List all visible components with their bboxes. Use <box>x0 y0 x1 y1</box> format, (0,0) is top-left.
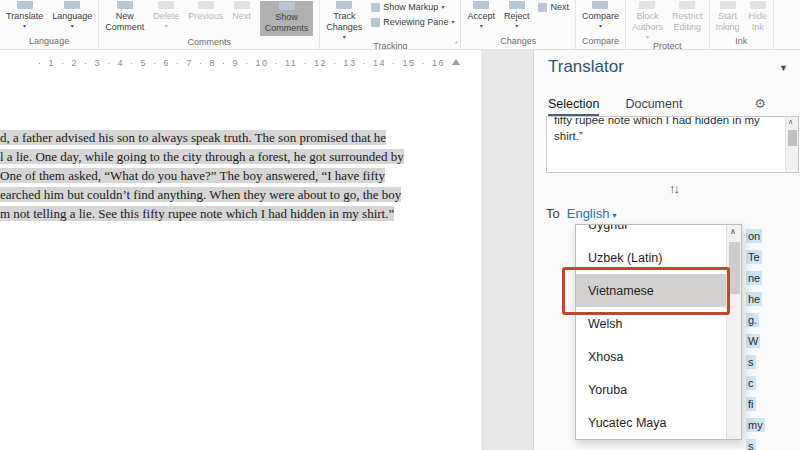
language-option-yoruba[interactable]: Yoruba <box>576 373 728 406</box>
to-language-value: English <box>567 206 610 221</box>
translate-icon <box>17 1 33 9</box>
group-label-ink: Ink <box>716 35 768 49</box>
delete-label: Delete <box>153 11 179 22</box>
chevron-down-icon: ▾ <box>441 4 444 10</box>
new-comment-icon <box>117 1 133 9</box>
selected-text[interactable]: d, a father advised his son to always sp… <box>0 130 386 145</box>
language-label: Language <box>52 11 92 22</box>
gear-icon[interactable]: ⚙ <box>754 96 766 111</box>
scroll-up-icon[interactable]: ∧ <box>788 118 793 126</box>
show-comments-button[interactable]: Show Comments <box>260 1 314 36</box>
block-authors-icon <box>639 1 655 9</box>
source-scrollbar[interactable]: ∧ <box>785 117 798 172</box>
chevron-down-icon: ▾ <box>71 23 74 29</box>
selected-text[interactable]: m not telling a lie. See this fifty rupe… <box>0 206 394 221</box>
start-inking-label: Start <box>718 11 737 22</box>
pane-tabs: Selection Document <box>548 97 682 116</box>
group-label-language: Language <box>6 35 92 49</box>
show-comments-label: Show <box>275 12 298 23</box>
result-fragment: s <box>746 439 756 450</box>
language-option-yucatec-maya[interactable]: Yucatec Maya <box>576 406 728 439</box>
language-button[interactable]: Language ▾ <box>52 1 92 29</box>
group-label-changes: Changes <box>467 35 569 49</box>
next-change-icon <box>538 3 547 12</box>
restrict-editing-button[interactable]: Restrict Editing <box>672 1 703 33</box>
right-indent-marker[interactable] <box>452 59 460 65</box>
previous-label: Previous <box>188 11 223 22</box>
scrollbar-thumb[interactable] <box>729 242 740 294</box>
reviewing-pane-button[interactable]: Reviewing Pane ▾ <box>371 17 454 27</box>
ribbon-group-protect: Block Authors ▾ Restrict Editing Protect <box>626 0 710 49</box>
group-label-protect: Protect <box>632 40 703 50</box>
compare-button[interactable]: Compare ▾ <box>582 1 619 29</box>
to-language-dropdown[interactable]: English▾ <box>567 206 617 221</box>
scroll-up-icon[interactable]: ∧ <box>730 227 736 236</box>
new-comment-label-2: Comment <box>105 22 144 33</box>
scrollbar-thumb[interactable] <box>788 130 797 146</box>
restrict-editing-label: Restrict <box>672 11 703 22</box>
result-fragment: my <box>746 418 765 432</box>
result-fragment: he <box>746 292 762 306</box>
restrict-editing-label-2: Editing <box>673 22 701 33</box>
language-option-uyghur[interactable]: Uyghur <box>576 224 728 241</box>
ribbon-group-comments: New Comment Delete ▾ Previous Next <box>99 0 320 49</box>
delete-comment-icon <box>158 1 174 9</box>
hide-ink-button[interactable]: Hide Ink <box>749 1 768 33</box>
reject-button[interactable]: Reject ▾ <box>504 1 530 29</box>
swap-languages-icon[interactable]: ↑↓ <box>669 181 678 196</box>
previous-comment-button[interactable]: Previous <box>188 1 223 22</box>
tab-document[interactable]: Document <box>625 97 682 116</box>
translate-button[interactable]: Translate ▾ <box>6 1 43 29</box>
start-inking-button[interactable]: Start Inking <box>716 1 740 33</box>
show-markup-button[interactable]: Show Markup ▾ <box>371 2 454 12</box>
show-markup-icon <box>371 3 380 12</box>
block-authors-label: Block <box>636 11 658 22</box>
ribbon-group-language: Translate ▾ Language ▾ Language <box>0 0 99 49</box>
source-text-box[interactable]: fifty rupee note which I had hidden in m… <box>546 116 799 173</box>
language-icon <box>64 1 80 9</box>
chevron-down-icon: ▾ <box>451 19 454 25</box>
next-comment-button[interactable]: Next <box>232 1 251 22</box>
reject-label: Reject <box>504 11 530 22</box>
ribbon: Translate ▾ Language ▾ Language New Comm… <box>0 0 800 50</box>
selected-text[interactable]: earched him but couldn’t find anything. … <box>0 187 401 202</box>
accept-label: Accept <box>467 11 495 22</box>
block-authors-button[interactable]: Block Authors ▾ <box>632 1 663 40</box>
selected-text[interactable]: One of them asked, “What do you have?” T… <box>0 168 385 183</box>
track-changes-button[interactable]: Track Changes ▾ <box>326 1 362 40</box>
ruler[interactable]: · 1 · 2 · 3 · 4 · 5 · 6 · 7 · 8 · 9 · 10… <box>0 50 481 78</box>
language-option-welsh[interactable]: Welsh <box>576 307 728 340</box>
compare-label: Compare <box>582 11 619 22</box>
group-label-tracking: Tracking <box>326 40 454 50</box>
new-comment-button[interactable]: New Comment <box>105 1 144 33</box>
previous-comment-icon <box>198 1 214 9</box>
dropdown-scrollbar[interactable]: ∧ <box>726 225 741 439</box>
document-text-line: earched him but couldn’t find anything. … <box>0 185 478 204</box>
pane-title: Translator <box>548 57 624 77</box>
group-label-comments: Comments <box>105 36 313 50</box>
hide-ink-label-2: Ink <box>752 22 764 33</box>
reject-icon <box>509 1 525 9</box>
translation-result-fragments: on Te ne he g. W s c fi my s <box>746 226 798 450</box>
reviewing-pane-icon <box>371 18 380 27</box>
chevron-down-icon: ▾ <box>165 23 168 29</box>
document-text-line: m not telling a lie. See this fifty rupe… <box>0 204 478 223</box>
selected-paragraph: d, a father advised his son to always sp… <box>0 128 478 223</box>
language-options: Uyghur Uzbek (Latin) Vietnamese Welsh Xh… <box>576 224 728 439</box>
pane-options-caret-icon[interactable]: ▼ <box>779 63 788 73</box>
tab-selection[interactable]: Selection <box>548 97 599 116</box>
result-fragment: on <box>746 229 762 243</box>
language-option-xhosa[interactable]: Xhosa <box>576 340 728 373</box>
next-change-button[interactable]: Next <box>538 2 569 12</box>
result-fragment: g. <box>746 313 759 327</box>
document-canvas[interactable]: d, a father advised his son to always sp… <box>0 78 481 450</box>
selected-text[interactable]: l a lie. One day, while going to the cit… <box>0 149 404 164</box>
accept-icon <box>473 1 489 9</box>
next-change-label: Next <box>550 2 569 12</box>
track-changes-label-2: Changes <box>326 22 362 33</box>
delete-comment-button[interactable]: Delete ▾ <box>153 1 179 29</box>
language-option-uzbek-latin[interactable]: Uzbek (Latin) <box>576 241 728 274</box>
accept-button[interactable]: Accept ▾ <box>467 1 495 29</box>
page-margin-gap <box>481 50 533 450</box>
language-option-vietnamese[interactable]: Vietnamese <box>576 274 728 307</box>
